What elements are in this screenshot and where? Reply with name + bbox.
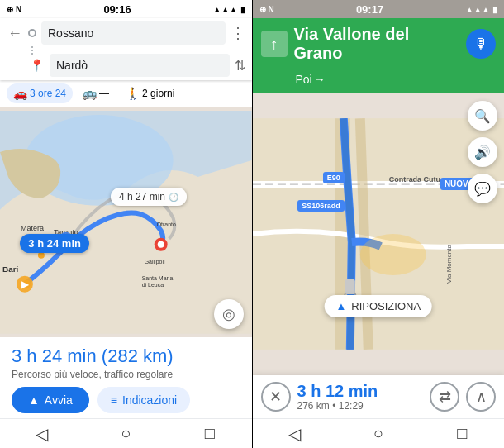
expand-icon: ∧ — [476, 388, 487, 406]
svg-text:di Leuca: di Leuca — [142, 282, 164, 288]
destination-input[interactable] — [50, 54, 230, 77]
back-nav-right[interactable]: ◁ — [278, 422, 311, 446]
origin-row: ← ⋮ — [7, 21, 245, 45]
status-time-right: 09:17 — [356, 3, 383, 16]
svg-text:Gallipoli: Gallipoli — [145, 259, 165, 265]
clock-icon: 🕐 — [169, 193, 178, 202]
route-main-time: 3 h 24 min — [28, 237, 81, 250]
close-icon: ✕ — [269, 388, 282, 406]
status-bar-left: ⊕ N 09:16 ▲▲▲ ▮ — [0, 0, 252, 18]
svg-point-22 — [359, 234, 426, 275]
signal-icon: ▲▲▲ — [213, 5, 238, 14]
reposition-label: RIPOSIZIONA — [351, 300, 421, 312]
turn-arrow-icon: ↑ — [261, 31, 288, 57]
route-label-alt: 4 h 27 min 🕐 — [111, 188, 187, 206]
walk-icon: 🚶 — [126, 87, 140, 100]
recent-nav-right[interactable]: □ — [445, 422, 478, 446]
left-panel: ⊕ N 09:16 ▲▲▲ ▮ ← ⋮ 📍 ⇅ — [0, 0, 252, 448]
search-fab-button[interactable]: 🔍 — [468, 101, 497, 131]
via-button[interactable]: ⇄ — [430, 382, 459, 412]
indicazioni-icon: ≡ — [111, 393, 117, 407]
car-icon: 🚗 — [13, 87, 27, 100]
map-svg-left: Matera Taranto Bari Otranto Gallipoli Sa… — [0, 107, 252, 337]
route-connector — [7, 47, 245, 54]
right-panel: ⊕ N 09:17 ▲▲▲ ▮ ↑ Via Vallone del Grano … — [253, 0, 505, 448]
home-nav-right[interactable]: ○ — [362, 422, 395, 446]
route-description: Percorso più veloce, traffico regolare — [12, 369, 240, 380]
nav-bar-right: ◁ ○ □ — [253, 418, 505, 448]
map-left: Matera Taranto Bari Otranto Gallipoli Sa… — [0, 107, 252, 337]
home-nav-left[interactable]: ○ — [109, 422, 142, 446]
chat-fab-button[interactable]: 💬 — [468, 174, 497, 203]
connector-dots-icon — [28, 46, 33, 55]
nav-close-button[interactable]: ✕ — [261, 382, 291, 412]
location-button[interactable]: ◎ — [214, 299, 244, 329]
home-nav-icon-right: ○ — [373, 424, 383, 443]
back-nav-left[interactable]: ◁ — [26, 422, 59, 446]
route-alt-time: 4 h 27 min — [119, 191, 165, 203]
mic-button[interactable]: 🎙 — [466, 29, 496, 59]
reposition-button[interactable]: ▲ RIPOSIZIONA — [324, 295, 432, 317]
svg-text:Santa Maria: Santa Maria — [142, 275, 174, 281]
nav-time-sub: 276 km • 12:29 — [297, 400, 424, 412]
origin-dot-icon — [28, 29, 36, 37]
back-button[interactable]: ← — [7, 25, 23, 42]
swap-button[interactable]: ⇅ — [235, 58, 245, 74]
nav-arrival: 12:29 — [339, 400, 364, 412]
nav-time-big: 3 h 12 min — [297, 382, 424, 400]
route-info-panel: 3 h 24 min (282 km) Percorso più veloce,… — [0, 337, 252, 418]
origin-input[interactable] — [41, 21, 226, 45]
destination-pin-icon: 📍 — [28, 59, 45, 72]
status-icons-left: ⊕ N — [7, 5, 21, 14]
svg-text:Matera: Matera — [21, 224, 44, 232]
svg-point-3 — [158, 241, 164, 248]
recent-nav-icon-left: □ — [205, 424, 215, 443]
nav-bar-left: ◁ ○ □ — [0, 418, 252, 448]
action-buttons: ▲ Avvia ≡ Indicazioni — [12, 387, 240, 413]
navigation-header: ↑ Via Vallone del Grano 🎙 — [253, 18, 505, 69]
tab-car[interactable]: 🚗 3 ore 24 — [7, 83, 73, 103]
ss106-badge: SS106radd — [297, 200, 345, 212]
svg-text:▶: ▶ — [21, 279, 30, 290]
volume-fab-button[interactable]: 🔊 — [468, 137, 497, 167]
more-button[interactable]: ⋮ — [231, 24, 245, 42]
avvia-button[interactable]: ▲ Avvia — [12, 387, 89, 413]
status-right-icons-right: ▲▲▲ ▮ — [465, 5, 497, 14]
route-label-main: 3 h 24 min — [20, 234, 89, 253]
nav-sub-header: Poi → — [253, 69, 505, 93]
fab-group: 🔍 🔊 💬 — [468, 101, 497, 203]
back-nav-icon-left: ◁ — [36, 424, 48, 444]
chat-fab-icon: 💬 — [474, 181, 491, 197]
walk-time: 2 giorni — [142, 88, 174, 99]
recent-nav-left[interactable]: □ — [193, 422, 226, 446]
status-right-icons-left: ▲▲▲ ▮ — [213, 5, 245, 14]
expand-button[interactable]: ∧ — [466, 382, 496, 412]
status-bar-right: ⊕ N 09:17 ▲▲▲ ▮ — [253, 0, 505, 18]
map-right: Contrada Cutu Via Momenta E90 SS106radd … — [253, 93, 505, 375]
status-time-left: 09:16 — [103, 3, 131, 16]
indicazioni-button[interactable]: ≡ Indicazioni — [97, 387, 190, 413]
car-time: 3 ore 24 — [30, 88, 66, 99]
destination-row: 📍 ⇅ — [7, 54, 245, 77]
signal-icon-right: ▲▲▲ — [465, 5, 490, 14]
indicazioni-label: Indicazioni — [122, 393, 177, 407]
gps-icon: ⊕ — [7, 5, 13, 14]
nav-separator: • — [332, 400, 339, 412]
nav-bottom-panel: ✕ 3 h 12 min 276 km • 12:29 ⇄ ∧ — [253, 375, 505, 418]
nfc-icon-right: N — [269, 5, 274, 14]
svg-rect-21 — [345, 279, 354, 294]
mic-icon: 🎙 — [473, 36, 488, 53]
recent-nav-icon-right: □ — [457, 424, 467, 443]
avvia-icon: ▲ — [28, 393, 40, 407]
e90-badge: E90 — [323, 172, 345, 183]
via-icon: ⇄ — [439, 388, 451, 406]
tab-walk[interactable]: 🚶 2 giorni — [119, 83, 181, 103]
street-name: Via Vallone del Grano — [294, 25, 460, 63]
svg-text:Contrada Cutu: Contrada Cutu — [388, 175, 440, 183]
nav-distance: 276 km — [297, 400, 330, 412]
tab-transit[interactable]: 🚌 — — [76, 83, 116, 103]
transit-icon: 🚌 — [83, 87, 97, 100]
search-fab-icon: 🔍 — [474, 108, 491, 124]
volume-fab-icon: 🔊 — [474, 145, 491, 160]
avvia-label: Avvia — [45, 393, 73, 407]
